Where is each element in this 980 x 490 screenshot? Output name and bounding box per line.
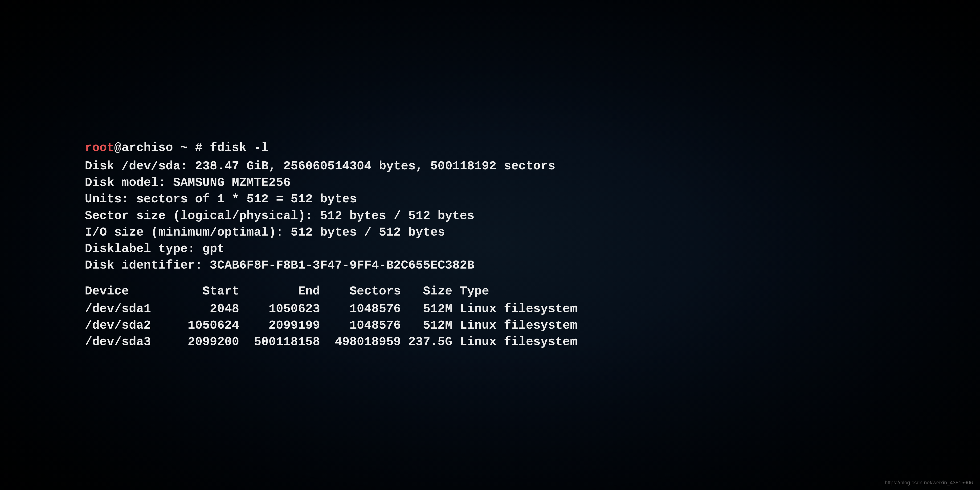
prompt-line: root@archiso ~ # fdisk -l <box>85 140 895 156</box>
prompt-root: root <box>85 141 114 155</box>
disk-line-4: I/O size (minimum/optimal): 512 bytes / … <box>85 224 895 241</box>
disk-line-0: Disk /dev/sda: 238.47 GiB, 256060514304 … <box>85 158 895 175</box>
table-row-sda3: /dev/sda3 2099200 500118158 498018959 23… <box>85 334 895 350</box>
watermark: https://blog.csdn.net/weixin_43815606 <box>885 480 973 486</box>
table-row-sda2: /dev/sda2 1050624 2099199 1048576 512M L… <box>85 317 895 334</box>
prompt-cmd: ~ # fdisk -l <box>173 141 269 155</box>
disk-line-3: Sector size (logical/physical): 512 byte… <box>85 208 895 224</box>
screen: root@archiso ~ # fdisk -l Disk /dev/sda:… <box>0 0 980 490</box>
terminal-window: root@archiso ~ # fdisk -l Disk /dev/sda:… <box>66 126 914 364</box>
disk-line-5: Disklabel type: gpt <box>85 241 895 257</box>
disk-line-6: Disk identifier: 3CAB6F8F-F8B1-3F47-9FF4… <box>85 257 895 274</box>
prompt-host: @archiso <box>114 141 173 155</box>
partition-table: Device Start End Sectors Size Type /dev/… <box>85 283 895 350</box>
table-row-sda1: /dev/sda1 2048 1050623 1048576 512M Linu… <box>85 301 895 317</box>
disk-line-2: Units: sectors of 1 * 512 = 512 bytes <box>85 191 895 208</box>
disk-line-1: Disk model: SAMSUNG MZMTE256 <box>85 175 895 191</box>
table-header: Device Start End Sectors Size Type <box>85 283 895 300</box>
